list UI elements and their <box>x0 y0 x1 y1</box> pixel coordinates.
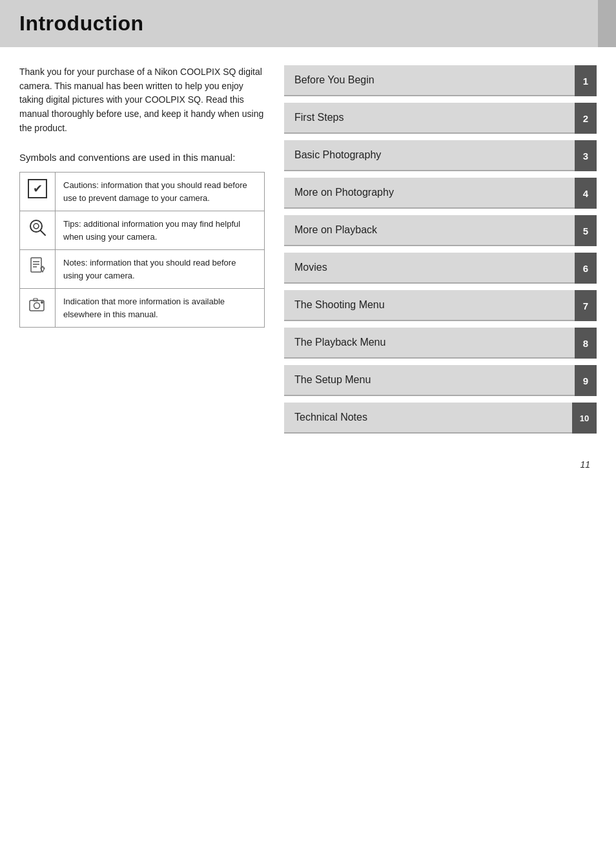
chapter-item[interactable]: More on Playback5 <box>284 215 597 246</box>
chapter-item[interactable]: The Shooting Menu7 <box>284 290 597 321</box>
note-icon <box>28 257 47 276</box>
chapter-number: 1 <box>575 65 597 96</box>
chapter-item[interactable]: Basic Photography3 <box>284 140 597 171</box>
chapter-navigation: Before You Begin1First Steps2Basic Photo… <box>284 65 597 434</box>
chapter-label: Basic Photography <box>284 140 575 171</box>
chapter-label: The Shooting Menu <box>284 290 575 321</box>
reference-icon-cell <box>20 289 56 328</box>
tip-text: Tips: additional information you may fin… <box>56 211 265 250</box>
caution-text: Cautions: information that you should re… <box>56 173 265 211</box>
chapter-item[interactable]: The Playback Menu8 <box>284 328 597 359</box>
symbol-row-note: Notes: information that you should read … <box>20 250 265 289</box>
chapter-label: The Playback Menu <box>284 328 575 359</box>
symbol-row-tip: Tips: additional information you may fin… <box>20 211 265 250</box>
chapter-label: The Setup Menu <box>284 365 575 396</box>
chapter-label: More on Playback <box>284 215 575 246</box>
page-title: Introduction <box>19 12 144 35</box>
chapter-number: 9 <box>575 365 597 396</box>
chapter-number: 5 <box>575 215 597 246</box>
chapter-number: 7 <box>575 290 597 321</box>
chapter-item[interactable]: More on Photography4 <box>284 178 597 209</box>
chapter-item[interactable]: Movies6 <box>284 253 597 284</box>
chapter-label: More on Photography <box>284 178 575 209</box>
chapter-number: 10 <box>572 403 597 434</box>
main-content: Thank you for your purchase of a Nikon C… <box>0 47 616 453</box>
chapter-label: Technical Notes <box>284 403 572 434</box>
svg-point-9 <box>34 303 40 309</box>
svg-line-2 <box>41 231 46 236</box>
symbol-row-caution: ✔ Cautions: information that you should … <box>20 173 265 211</box>
page-header: Introduction <box>0 0 616 47</box>
chapter-item[interactable]: Technical Notes10 <box>284 403 597 434</box>
tip-svg <box>28 218 47 237</box>
caution-icon: ✔ <box>28 179 47 198</box>
symbol-row-reference: Indication that more information is avai… <box>20 289 265 328</box>
note-text: Notes: information that you should read … <box>56 250 265 289</box>
tip-icon <box>28 218 47 237</box>
chapter-number: 8 <box>575 328 597 359</box>
chapter-label: Movies <box>284 253 575 284</box>
symbols-table: ✔ Cautions: information that you should … <box>19 172 265 328</box>
chapter-item[interactable]: Before You Begin1 <box>284 65 597 96</box>
svg-point-1 <box>34 224 39 229</box>
reference-text: Indication that more information is avai… <box>56 289 265 328</box>
svg-rect-3 <box>31 258 41 272</box>
page-number: 11 <box>0 453 616 483</box>
chapter-number: 4 <box>575 178 597 209</box>
reference-icon <box>28 295 47 315</box>
chapter-label: Before You Begin <box>284 65 575 96</box>
reference-svg <box>28 295 47 315</box>
chapter-number: 6 <box>575 253 597 284</box>
caution-icon-cell: ✔ <box>20 173 56 211</box>
chapter-label: First Steps <box>284 103 575 134</box>
left-column: Thank you for your purchase of a Nikon C… <box>19 65 265 434</box>
chapter-item[interactable]: First Steps2 <box>284 103 597 134</box>
note-icon-cell <box>20 250 56 289</box>
note-svg <box>28 257 46 275</box>
chapter-item[interactable]: The Setup Menu9 <box>284 365 597 396</box>
symbols-heading: Symbols and conventions are used in this… <box>19 151 265 164</box>
svg-point-11 <box>41 301 43 304</box>
intro-paragraph: Thank you for your purchase of a Nikon C… <box>19 65 265 135</box>
chapter-number: 2 <box>575 103 597 134</box>
tip-icon-cell <box>20 211 56 250</box>
header-tab-decoration <box>598 0 616 47</box>
chapter-number: 3 <box>575 140 597 171</box>
